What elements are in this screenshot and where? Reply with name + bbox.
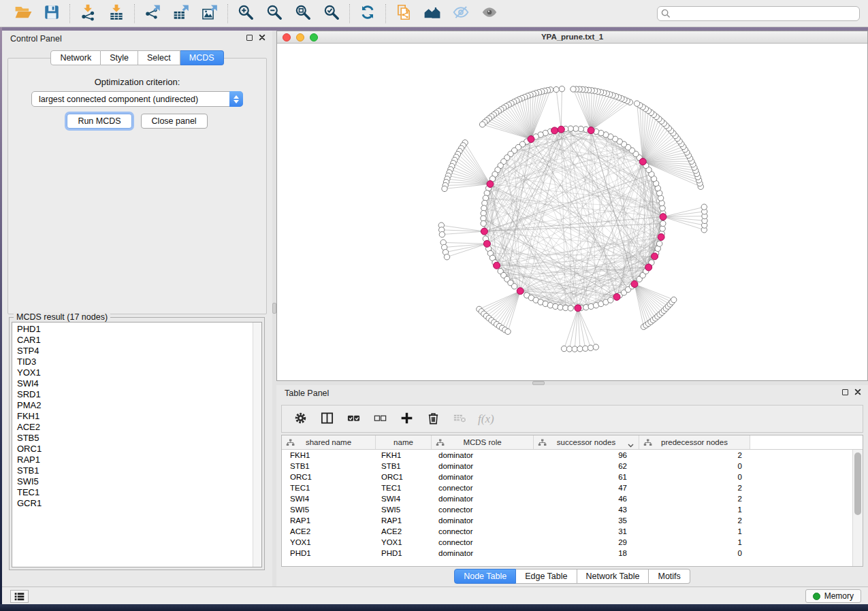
table-cell-name[interactable]: STB1	[376, 462, 432, 470]
result-list-item[interactable]: TID3	[17, 357, 261, 367]
result-list-item[interactable]: SWI4	[17, 378, 261, 389]
table-cell-shared-name[interactable]: TEC1	[282, 484, 376, 492]
graph-leaf-node[interactable]	[479, 122, 485, 127]
refresh-layout-button[interactable]	[357, 3, 379, 24]
result-list-item[interactable]: SRD1	[17, 389, 261, 400]
column-header-mcds-role[interactable]: MCDS role	[432, 435, 534, 449]
result-list-item[interactable]: PHD1	[17, 324, 261, 335]
graph-leaf-node[interactable]	[572, 346, 577, 352]
graph-hub-node[interactable]	[652, 253, 658, 260]
run-mcds-button[interactable]: Run MCDS	[67, 114, 131, 129]
import-table-button[interactable]	[106, 3, 127, 24]
tab-network-table[interactable]: Network Table	[577, 569, 649, 584]
save-session-button[interactable]	[41, 3, 63, 24]
table-cell-predecessor-nodes[interactable]: 2	[639, 451, 750, 459]
table-row[interactable]: FKH1FKH1dominator962	[282, 450, 863, 461]
table-row[interactable]: PHD1PHD1dominator180	[282, 548, 863, 559]
graph-hub-node[interactable]	[631, 281, 638, 288]
graph-leaf-node[interactable]	[505, 329, 511, 334]
graph-hub-node[interactable]	[517, 288, 524, 295]
table-cell-mcds-role[interactable]: dominator	[432, 516, 534, 525]
result-list-item[interactable]: RAP1	[17, 455, 261, 465]
table-scrollbar[interactable]	[852, 450, 863, 566]
tab-style[interactable]: Style	[101, 50, 138, 65]
deselect-all-button[interactable]	[372, 411, 388, 427]
table-cell-successor-nodes[interactable]: 62	[534, 462, 639, 470]
minimize-window-icon[interactable]	[296, 33, 304, 42]
table-row[interactable]: RAP1RAP1dominator352	[282, 515, 863, 526]
table-cell-mcds-role[interactable]: dominator	[432, 495, 534, 503]
table-cell-predecessor-nodes[interactable]: 0	[639, 473, 750, 481]
table-cell-name[interactable]: RAP1	[376, 516, 432, 525]
table-cell-mcds-role[interactable]: dominator	[432, 473, 534, 481]
table-cell-name[interactable]: SWI4	[376, 495, 432, 503]
graph-leaf-node[interactable]	[553, 86, 559, 92]
table-row[interactable]: STB1STB1dominator620	[282, 461, 863, 472]
tab-mcds[interactable]: MCDS	[180, 50, 224, 65]
graph-hub-node[interactable]	[575, 305, 581, 312]
table-cell-mcds-role[interactable]: connector	[432, 538, 534, 546]
table-cell-shared-name[interactable]: STB1	[282, 462, 376, 470]
split-columns-button[interactable]	[319, 411, 335, 427]
table-cell-successor-nodes[interactable]: 46	[534, 495, 639, 503]
table-cell-successor-nodes[interactable]: 18	[534, 549, 639, 557]
export-network-button[interactable]	[142, 3, 163, 24]
graph-leaf-node[interactable]	[701, 204, 707, 210]
table-cell-name[interactable]: ORC1	[376, 473, 432, 481]
export-table-button[interactable]	[170, 3, 192, 24]
tab-edge-table[interactable]: Edge Table	[516, 569, 577, 584]
column-header-name[interactable]: name	[376, 435, 432, 449]
graph-hub-node[interactable]	[528, 136, 534, 143]
table-cell-mcds-role[interactable]: connector	[432, 506, 534, 514]
result-list-item[interactable]: FKH1	[17, 411, 261, 422]
tab-network[interactable]: Network	[50, 50, 101, 65]
column-header-successor-nodes[interactable]: successor nodes	[534, 435, 639, 449]
graph-node[interactable]	[657, 241, 662, 246]
table-cell-predecessor-nodes[interactable]: 0	[639, 462, 750, 470]
zoom-in-button[interactable]	[235, 3, 257, 24]
graph-leaf-node[interactable]	[561, 346, 566, 351]
graph-hub-node[interactable]	[494, 262, 500, 269]
table-cell-predecessor-nodes[interactable]: 2	[639, 484, 750, 492]
close-panel-icon[interactable]	[854, 389, 861, 395]
column-header-shared-name[interactable]: shared name	[282, 435, 376, 449]
table-cell-mcds-role[interactable]: dominator	[432, 451, 534, 459]
table-cell-predecessor-nodes[interactable]: 0	[639, 549, 750, 557]
network-window-titlebar[interactable]: YPA_prune.txt_1	[277, 31, 867, 44]
table-cell-successor-nodes[interactable]: 43	[534, 506, 639, 514]
graph-leaf-node[interactable]	[583, 346, 588, 351]
maximize-window-icon[interactable]	[310, 33, 318, 42]
graph-leaf-node[interactable]	[593, 344, 598, 350]
delete-column-button[interactable]	[425, 411, 441, 427]
graph-leaf-node[interactable]	[566, 346, 572, 352]
table-cell-successor-nodes[interactable]: 61	[534, 473, 639, 481]
table-cell-shared-name[interactable]: ORC1	[282, 473, 376, 481]
result-list-item[interactable]: STB1	[17, 465, 261, 476]
add-column-button[interactable]	[398, 411, 415, 427]
table-cell-shared-name[interactable]: SWI4	[282, 495, 376, 503]
zoom-fit-button[interactable]	[292, 3, 314, 24]
export-image-button[interactable]	[199, 3, 221, 24]
graph-leaf-node[interactable]	[439, 231, 445, 237]
first-neighbors-button[interactable]	[421, 3, 443, 24]
close-panel-button[interactable]: Close panel	[141, 114, 208, 129]
table-cell-predecessor-nodes[interactable]: 1	[639, 538, 750, 546]
zoom-out-button[interactable]	[263, 3, 285, 24]
graph-leaf-node[interactable]	[588, 345, 593, 350]
result-scrollbar[interactable]	[253, 323, 261, 567]
task-history-button[interactable]	[10, 590, 29, 603]
close-panel-icon[interactable]	[259, 34, 266, 41]
float-window-icon[interactable]	[246, 35, 253, 41]
table-cell-name[interactable]: FKH1	[376, 451, 432, 459]
result-list-item[interactable]: ACE2	[17, 422, 261, 433]
table-cell-shared-name[interactable]: SWI5	[282, 506, 376, 514]
graph-hub-node[interactable]	[558, 126, 564, 133]
table-cell-mcds-role[interactable]: connector	[432, 527, 534, 535]
graph-leaf-node[interactable]	[671, 297, 677, 302]
graph-hub-node[interactable]	[645, 264, 652, 271]
graph-hub-node[interactable]	[483, 240, 490, 247]
table-cell-shared-name[interactable]: YOX1	[282, 538, 376, 546]
result-list-item[interactable]: TEC1	[17, 487, 261, 498]
table-row[interactable]: ACE2ACE2connector311	[282, 526, 863, 537]
table-cell-predecessor-nodes[interactable]: 1	[639, 527, 750, 535]
